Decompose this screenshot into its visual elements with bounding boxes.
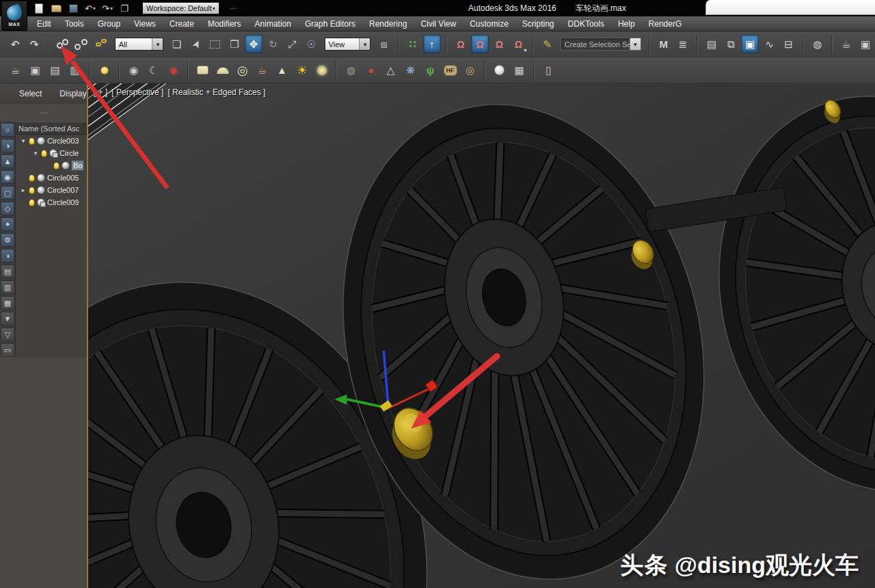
- curve-editor-button[interactable]: ∿: [760, 35, 778, 53]
- visibility-bulb-icon[interactable]: [29, 137, 35, 145]
- scatter-objects-button[interactable]: ◍: [342, 61, 360, 79]
- target-camera-button[interactable]: ◉: [164, 61, 183, 79]
- menu-create[interactable]: Create: [163, 16, 201, 31]
- viewport-menu-view[interactable]: [ Perspective ]: [111, 88, 163, 97]
- material-editor-button[interactable]: ◍: [809, 35, 826, 53]
- manage-layers-button[interactable]: ⧉: [722, 35, 740, 53]
- display-cameras-icon[interactable]: ◉: [1, 170, 14, 184]
- viewport-menu-shading[interactable]: [ Realistic + Edged Faces ]: [167, 88, 265, 97]
- snap-3d-toggle-button[interactable]: ∷: [404, 35, 422, 53]
- undo-scene-button[interactable]: ↶: [6, 35, 24, 53]
- selection-filter-dropdown[interactable]: All ▾: [115, 38, 164, 51]
- tree-column-header[interactable]: Name (Sorted Asc: [16, 122, 87, 135]
- keyboard-override-button[interactable]: ↑: [423, 35, 441, 53]
- render-presets-button[interactable]: ▥: [66, 61, 84, 79]
- reference-coordinate-dropdown[interactable]: View ▾: [325, 38, 371, 51]
- scene-object-row-circle003[interactable]: ▾ Circle003: [16, 135, 87, 147]
- hf-turtle-button[interactable]: HF: [441, 61, 459, 79]
- save-file-button[interactable]: [67, 2, 79, 14]
- scene-object-row-circle009[interactable]: Circle009: [16, 196, 87, 209]
- schematic-view-button[interactable]: ⊟: [780, 35, 798, 53]
- menu-help[interactable]: Help: [611, 16, 642, 31]
- menu-graph-editors[interactable]: Graph Editors: [298, 16, 362, 31]
- edit-named-selections-button[interactable]: ✎: [539, 35, 556, 53]
- new-scene-button[interactable]: [33, 2, 45, 14]
- expand-arrow-icon[interactable]: ▸: [19, 187, 27, 193]
- workspace-dropdown[interactable]: Workspace: Default ▾: [142, 2, 219, 14]
- expand-arrow-icon[interactable]: ▾: [31, 150, 40, 157]
- select-and-scale-button[interactable]: ⤢: [283, 35, 301, 53]
- truss-pyramid-button[interactable]: △: [381, 61, 400, 79]
- menu-animation[interactable]: Animation: [248, 16, 298, 31]
- menu-modifiers[interactable]: Modifiers: [201, 16, 248, 31]
- night-mode-button[interactable]: ☾: [144, 61, 163, 79]
- film-strip-icon[interactable]: ▭: [1, 343, 14, 357]
- create-light-button[interactable]: [95, 61, 113, 79]
- menu-ddktools[interactable]: DDKTools: [561, 16, 611, 31]
- explorer-page-icon-1[interactable]: ▤: [1, 265, 14, 278]
- render-dialog-button[interactable]: ▤: [46, 61, 64, 79]
- visibility-bulb-icon[interactable]: [41, 150, 47, 157]
- visibility-bulb-icon[interactable]: [29, 187, 35, 194]
- explorer-menu-display[interactable]: Display: [59, 89, 86, 98]
- palette-grid-button[interactable]: ▦: [510, 61, 528, 79]
- glow-sphere-button[interactable]: [312, 61, 331, 79]
- application-menu-button[interactable]: MAX: [1, 1, 27, 31]
- scene-object-row-circle-child[interactable]: ▾ Circle: [16, 147, 87, 159]
- use-pivot-center-button[interactable]: ⧈: [375, 35, 392, 53]
- layer-manager-button[interactable]: ▤: [703, 35, 721, 53]
- align-button[interactable]: ≣: [674, 35, 692, 53]
- viewport-menu-plus[interactable]: [ + ]: [94, 88, 107, 97]
- menu-civil-view[interactable]: Civil View: [414, 16, 463, 31]
- sphere-o-button[interactable]: ◎: [461, 61, 479, 79]
- mirror-button[interactable]: M: [655, 35, 673, 53]
- project-toggle-button[interactable]: ❐: [118, 2, 131, 14]
- undo-dropdown-icon[interactable]: ▾: [93, 5, 96, 12]
- scene-object-row-circle007[interactable]: ▸ Circle007: [16, 184, 87, 196]
- redo-dropdown-icon[interactable]: ▾: [110, 5, 113, 12]
- explorer-menu-select[interactable]: Select: [19, 89, 42, 98]
- select-and-manipulate-button[interactable]: ☉: [302, 35, 320, 53]
- filter-funnel-icon[interactable]: ▼: [1, 312, 14, 325]
- wire-teapot-button[interactable]: ☕: [253, 61, 271, 79]
- menu-tools[interactable]: Tools: [58, 16, 91, 31]
- perspective-viewport[interactable]: [ + ] [ Perspective ] [ Realistic + Edge…: [87, 83, 875, 588]
- menu-group[interactable]: Group: [91, 16, 127, 31]
- window-crossing-button[interactable]: ❐: [226, 35, 243, 53]
- scene-object-row-selected[interactable]: Bo: [16, 159, 87, 172]
- menu-rendering[interactable]: Rendering: [362, 16, 414, 31]
- redo-scene-button[interactable]: ↷: [25, 35, 43, 53]
- white-sphere-button[interactable]: [490, 61, 509, 79]
- menu-customize[interactable]: Customize: [463, 16, 515, 31]
- angle-snap-button[interactable]: Ω: [471, 35, 489, 53]
- percent-snap-button[interactable]: Ω: [490, 35, 508, 53]
- scene-object-row-circle005[interactable]: Circle005: [16, 172, 87, 184]
- select-and-rotate-button[interactable]: ↻: [264, 35, 282, 53]
- filter-funnel-small-icon[interactable]: ▽: [1, 328, 14, 341]
- create-cone-button[interactable]: ▲: [273, 61, 291, 79]
- spinner-snap-button[interactable]: Ω▾: [509, 35, 527, 53]
- redo-button[interactable]: ↷▾: [101, 2, 113, 14]
- explorer-page-icon-2[interactable]: ▥: [1, 280, 14, 294]
- render-teapot-button[interactable]: ☕: [6, 61, 25, 79]
- named-selection-sets-dropdown[interactable]: Create Selection Se ▾: [561, 38, 641, 51]
- toggle-scene-explorer-button[interactable]: ▣: [741, 35, 759, 53]
- toolbar-overflow-grip[interactable]: ⋯: [230, 4, 237, 13]
- visibility-bulb-icon[interactable]: [29, 174, 35, 182]
- display-lights-icon[interactable]: ▲: [1, 155, 14, 168]
- display-containers-icon[interactable]: ◑: [1, 249, 14, 263]
- grass-button[interactable]: ψ: [421, 61, 440, 79]
- expand-arrow-icon[interactable]: ▾: [19, 137, 27, 144]
- bind-to-spacewarp-button[interactable]: [93, 35, 111, 53]
- select-by-name-button[interactable]: ❏: [167, 35, 185, 53]
- notes-page-button[interactable]: ▯: [539, 61, 558, 79]
- display-spacewarps-icon[interactable]: ◇: [1, 202, 14, 215]
- create-plane-button[interactable]: [193, 61, 212, 79]
- menu-renderg[interactable]: RenderG: [642, 16, 689, 31]
- unlink-selection-button[interactable]: [73, 35, 91, 53]
- create-torus-button[interactable]: ◎: [233, 61, 252, 79]
- menu-edit[interactable]: Edit: [30, 16, 58, 31]
- explorer-page-icon-3[interactable]: ▦: [1, 296, 14, 310]
- display-shapes-icon[interactable]: ◑: [1, 139, 14, 152]
- undo-button[interactable]: ↶▾: [84, 2, 96, 14]
